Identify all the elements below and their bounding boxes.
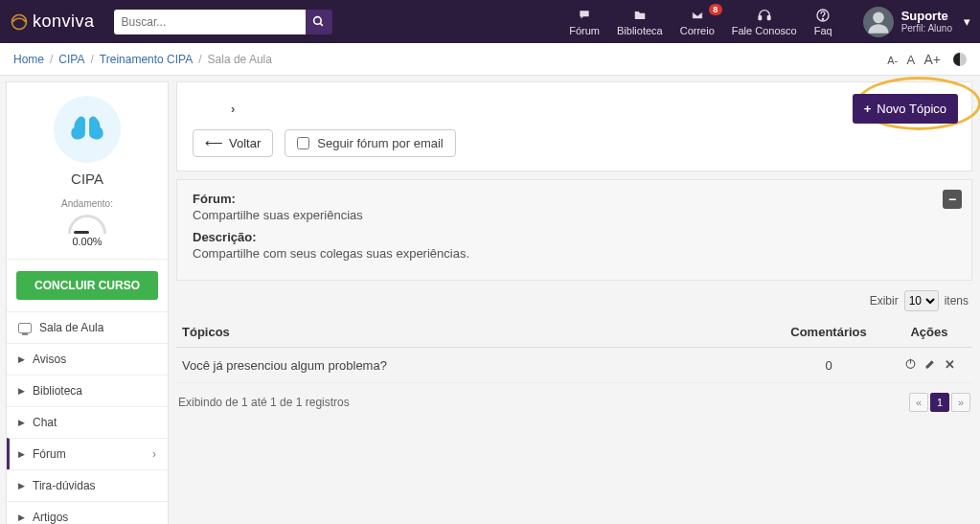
crumb-treinamento[interactable]: Treinamento CIPA (100, 53, 193, 66)
exibir-label: Exibir (870, 294, 899, 308)
nav-forum[interactable]: Fórum (569, 8, 600, 36)
collapse-panel-button[interactable]: − (943, 190, 962, 209)
nav-faq[interactable]: Faq (814, 8, 832, 36)
nav-label: Fale Conosco (732, 25, 797, 36)
arrow-left-icon: ⟵ (205, 136, 223, 150)
font-reset[interactable]: A (906, 53, 915, 67)
avatar (863, 7, 894, 37)
menu-chat[interactable]: ▶Chat (7, 406, 168, 438)
nav-fale-conosco[interactable]: Fale Conosco (732, 8, 797, 36)
back-label: Voltar (229, 136, 261, 150)
follow-checkbox[interactable] (297, 137, 309, 149)
search-button[interactable] (306, 10, 332, 34)
crumb-cipa[interactable]: CIPA (58, 53, 84, 66)
crumb-sep: / (50, 53, 53, 66)
mail-badge: 8 (709, 4, 722, 15)
forum-label: Fórum: (193, 192, 236, 206)
search-input[interactable] (114, 10, 306, 34)
desc-text: Compartilhe com seus colegas suas experi… (193, 246, 956, 261)
course-sidebar: CIPA Andamento: 0.00% CONCLUIR CURSO Sal… (6, 81, 169, 524)
forum-info-panel: − Fórum: Compartilhe suas experiências D… (176, 179, 972, 281)
topic-title[interactable]: Você já presenciou algum problema? (176, 348, 771, 383)
menu-label: Artigos (33, 511, 68, 524)
itens-label: itens (945, 294, 969, 308)
crumb-sep: / (90, 53, 93, 66)
monitor-icon (18, 323, 32, 333)
user-menu[interactable]: Suporte Perfil: Aluno ▾ (863, 7, 970, 37)
crumb-sala: Sala de Aula (208, 53, 272, 66)
font-bigger[interactable]: A+ (923, 52, 941, 67)
th-acoes: Ações (886, 317, 972, 348)
caret-right-icon: ▶ (18, 386, 25, 396)
th-comentarios: Comentários (771, 317, 886, 348)
follow-forum-toggle[interactable]: Seguir fórum por email (285, 129, 456, 157)
power-icon[interactable] (904, 357, 917, 373)
new-topic-button[interactable]: + Novo Tópico (853, 94, 958, 124)
brand-logo[interactable]: konviva (10, 11, 95, 32)
course-name: CIPA (7, 171, 168, 194)
edit-icon[interactable] (924, 357, 937, 373)
svg-point-1 (314, 17, 322, 25)
contrast-toggle-icon[interactable] (953, 53, 967, 66)
svg-point-7 (873, 11, 884, 23)
progress-percent: 0.00% (7, 236, 168, 247)
svg-point-0 (12, 14, 27, 29)
course-logo (7, 82, 168, 171)
plus-icon: + (864, 102, 872, 116)
menu-avisos[interactable]: ▶Avisos (7, 343, 168, 375)
menu-label: Fórum (33, 447, 66, 461)
menu-biblioteca[interactable]: ▶Biblioteca (7, 375, 168, 406)
menu-sala-de-aula[interactable]: Sala de Aula (7, 311, 168, 343)
breadcrumb-chevron-icon[interactable]: › (193, 96, 956, 129)
nav-correio[interactable]: 8 Correio (680, 8, 715, 36)
nav-label: Faq (814, 25, 832, 36)
table-row[interactable]: Você já presenciou algum problema? 0 ✕ (176, 348, 972, 383)
caret-right-icon: ▶ (18, 418, 25, 427)
font-smaller[interactable]: A- (887, 55, 898, 66)
forum-header-panel: + Novo Tópico › ⟵ Voltar Seguir fórum po… (176, 81, 972, 171)
list-controls: Exibir 10 itens (176, 281, 972, 317)
menu-label: Biblioteca (33, 384, 82, 398)
page-next[interactable]: » (951, 393, 970, 412)
gauge-icon (68, 215, 106, 234)
pagination: « 1 » (909, 393, 970, 412)
menu-label: Chat (33, 416, 57, 429)
crumb-sep: / (198, 53, 201, 66)
svg-line-2 (320, 23, 323, 26)
nav-biblioteca[interactable]: Biblioteca (617, 8, 663, 36)
menu-artigos[interactable]: ▶Artigos (7, 501, 168, 524)
nav-label: Biblioteca (617, 25, 663, 36)
progress-label: Andamento: (7, 198, 168, 209)
menu-label: Avisos (33, 353, 66, 366)
nav-label: Fórum (569, 25, 600, 36)
crumb-home[interactable]: Home (13, 53, 44, 66)
records-info: Exibindo de 1 até 1 de 1 registros (178, 396, 350, 409)
menu-forum[interactable]: ▶Fórum› (7, 438, 168, 469)
person-icon (865, 9, 892, 35)
user-name: Suporte (901, 10, 952, 23)
top-nav: konviva Fórum Biblioteca 8 Correio Fale … (0, 0, 980, 43)
forum-title: Compartilhe suas experiências (193, 208, 956, 222)
progress-box: Andamento: 0.00% (7, 194, 168, 260)
th-topicos: Tópicos (176, 317, 771, 348)
back-button[interactable]: ⟵ Voltar (193, 129, 273, 157)
minus-icon: − (948, 192, 956, 207)
nav-label: Correio (680, 25, 715, 36)
page-current[interactable]: 1 (930, 393, 949, 412)
delete-icon[interactable]: ✕ (945, 357, 955, 373)
conclude-course-button[interactable]: CONCLUIR CURSO (16, 271, 158, 300)
topic-comments: 0 (771, 348, 886, 383)
caret-right-icon: ▶ (18, 354, 25, 364)
search-box (114, 10, 332, 34)
page-prev[interactable]: « (909, 393, 928, 412)
page-size-select[interactable]: 10 (904, 290, 939, 311)
folder-icon (632, 8, 648, 23)
headset-icon (757, 8, 772, 23)
new-topic-label: Novo Tópico (877, 102, 946, 116)
user-role: Perfil: Aluno (901, 23, 952, 34)
envelope-icon (690, 8, 705, 23)
question-icon (815, 8, 831, 23)
menu-tira-duvidas[interactable]: ▶Tira-dúvidas (7, 469, 168, 501)
desc-label: Descrição: (193, 230, 256, 244)
breadcrumb-bar: Home / CIPA / Treinamento CIPA / Sala de… (0, 43, 980, 76)
